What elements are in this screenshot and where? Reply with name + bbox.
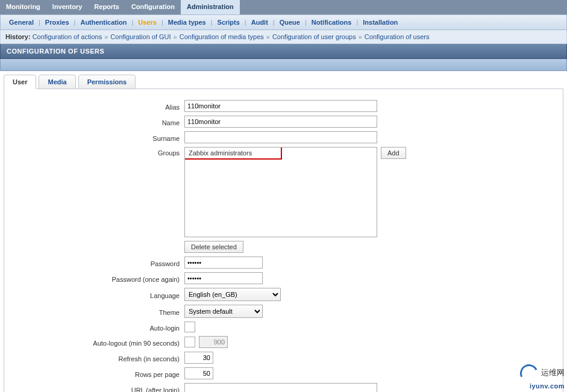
history-arrow-icon: » <box>264 33 272 40</box>
main-tab-inventory[interactable]: Inventory <box>46 0 89 14</box>
refresh-label: Refresh (in seconds) <box>15 353 184 362</box>
password-input[interactable] <box>184 257 263 269</box>
urlafterlogin-label: URL (after login) <box>15 384 184 392</box>
autologin-checkbox[interactable] <box>184 322 195 332</box>
form-panel: Alias Name Surname Groups Zabbix adminis… <box>4 89 563 392</box>
sub-tab-audit[interactable]: Audit <box>246 19 273 26</box>
history-arrow-icon: » <box>171 33 180 40</box>
main-tab-reports[interactable]: Reports <box>88 0 125 14</box>
name-label: Name <box>15 117 184 126</box>
groups-listbox[interactable]: Zabbix administrators <box>184 147 377 237</box>
main-nav-tabs: MonitoringInventoryReportsConfigurationA… <box>0 0 567 14</box>
groups-label: Groups <box>15 147 184 157</box>
history-link[interactable]: Configuration of GUI <box>110 33 171 40</box>
history-arrow-icon: » <box>102 33 110 40</box>
sub-nav-tabs: General|Proxies|Authentication|Users|Med… <box>0 14 567 30</box>
main-tab-administration[interactable]: Administration <box>181 0 240 14</box>
autologout-label: Auto-logout (min 90 seconds) <box>15 337 184 347</box>
sub-tab-installation[interactable]: Installation <box>358 19 403 26</box>
autologout-checkbox[interactable] <box>184 337 195 347</box>
password2-input[interactable] <box>184 272 263 284</box>
group-item[interactable]: Zabbix administrators <box>184 147 282 160</box>
refresh-input[interactable] <box>184 352 213 364</box>
autologin-label: Auto-login <box>15 322 184 332</box>
password2-label: Password (once again) <box>15 273 184 283</box>
history-link[interactable]: Configuration of user groups <box>272 33 356 40</box>
surname-label: Surname <box>15 132 184 142</box>
form-tab-media[interactable]: Media <box>39 75 75 89</box>
sub-tab-scripts[interactable]: Scripts <box>213 19 245 26</box>
main-tab-configuration[interactable]: Configuration <box>125 0 181 14</box>
name-input[interactable] <box>184 116 377 128</box>
form-tab-user[interactable]: User <box>4 75 36 89</box>
sub-tab-media-types[interactable]: Media types <box>163 19 211 26</box>
history-link[interactable]: Configuration of users <box>365 33 430 40</box>
delete-selected-button[interactable]: Delete selected <box>184 241 243 253</box>
form-tab-permissions[interactable]: Permissions <box>78 75 136 89</box>
history-arrow-icon: » <box>356 33 365 40</box>
sub-tab-general[interactable]: General <box>4 19 39 26</box>
page-title: CONFIGURATION OF USERS <box>0 44 567 59</box>
theme-label: Theme <box>15 306 184 316</box>
language-select[interactable]: English (en_GB) <box>184 288 281 301</box>
password-label: Password <box>15 258 184 267</box>
sub-tab-notifications[interactable]: Notifications <box>307 19 357 26</box>
theme-select[interactable]: System default <box>184 305 263 318</box>
form-tabs: UserMediaPermissions <box>4 75 563 89</box>
sub-tab-proxies[interactable]: Proxies <box>40 19 74 26</box>
main-tab-monitoring[interactable]: Monitoring <box>0 0 46 14</box>
history-label: History: <box>5 33 33 40</box>
sub-tab-queue[interactable]: Queue <box>275 19 305 26</box>
alias-label: Alias <box>15 101 184 111</box>
spacer <box>15 246 184 248</box>
history-link[interactable]: Configuration of media types <box>180 33 264 40</box>
surname-input[interactable] <box>184 131 377 143</box>
history-link[interactable]: Configuration of actions <box>33 33 102 40</box>
autologout-input <box>199 336 228 348</box>
sub-tab-users[interactable]: Users <box>133 19 161 26</box>
sub-tab-authentication[interactable]: Authentication <box>75 19 131 26</box>
history-breadcrumb: History: Configuration of actions»Config… <box>0 30 567 44</box>
header-band <box>0 59 567 71</box>
rowsperpage-input[interactable] <box>184 367 213 379</box>
language-label: Language <box>15 290 184 299</box>
rowsperpage-label: Rows per page <box>15 369 184 378</box>
alias-input[interactable] <box>184 100 377 112</box>
urlafterlogin-input[interactable] <box>184 383 377 392</box>
groups-add-button[interactable]: Add <box>381 147 406 159</box>
